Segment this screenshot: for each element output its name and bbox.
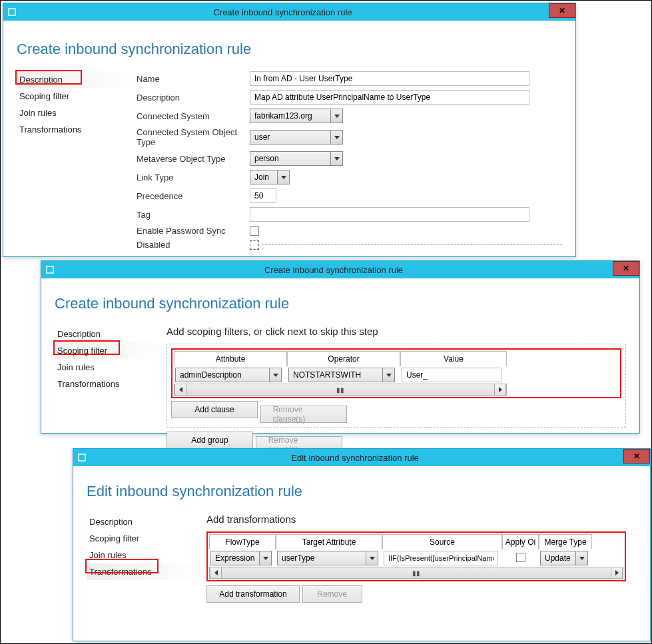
window-title: Create inbound synchronization rule: [55, 265, 613, 275]
add-group-button[interactable]: Add group: [166, 432, 253, 449]
sidebar-item-join-rules[interactable]: Join rules: [87, 547, 206, 563]
chevron-down-icon: [330, 109, 342, 123]
sidebar-item-scoping-filter[interactable]: Scoping filter: [87, 530, 206, 547]
label-tag: Tag: [137, 210, 250, 220]
combo-merge-type[interactable]: Update: [540, 551, 588, 565]
label-precedence: Precedence: [137, 191, 250, 201]
label-cs-object-type: Connected System Object Type: [137, 127, 250, 147]
sidebar-item-description[interactable]: Description: [55, 326, 166, 342]
sidebar-item-description[interactable]: Description: [17, 71, 137, 88]
scroll-right-icon[interactable]: [611, 567, 623, 578]
chevron-down-icon: [366, 551, 378, 565]
col-source: Source: [382, 534, 502, 549]
scroll-left-icon[interactable]: [174, 384, 186, 395]
close-icon: ✕: [623, 264, 629, 273]
sidebar-item-transformations[interactable]: Transformations: [55, 376, 166, 392]
sidebar-item-transformations[interactable]: Transformations: [17, 121, 137, 138]
window-create-rule-description: Create inbound synchronization rule ✕ Cr…: [3, 3, 576, 257]
wizard-sidebar: Description Scoping filter Join rules Tr…: [55, 326, 166, 454]
scroll-left-icon[interactable]: [210, 567, 222, 578]
combo-attribute[interactable]: adminDescription: [175, 368, 282, 382]
scroll-right-icon[interactable]: [494, 384, 506, 395]
page-heading: Create inbound synchronization rule: [17, 41, 562, 58]
label-description: Description: [137, 93, 250, 103]
label-mv-object-type: Metaverse Object Type: [137, 154, 250, 164]
chevron-down-icon: [330, 152, 342, 165]
input-name[interactable]: [250, 71, 529, 86]
sidebar-item-description[interactable]: Description: [87, 513, 206, 530]
label-name: Name: [137, 74, 250, 84]
label-disabled: Disabled: [137, 240, 250, 250]
input-value[interactable]: [402, 368, 501, 382]
col-flowtype: FlowType: [209, 534, 276, 549]
app-icon: [7, 7, 17, 17]
window-title: Create inbound synchronization rule: [17, 7, 549, 17]
svg-rect-0: [9, 9, 15, 15]
remove-button[interactable]: Remove: [302, 585, 362, 603]
section-subhead: Add transformations: [206, 513, 637, 525]
close-button[interactable]: ✕: [613, 261, 639, 276]
window-edit-rule-transformations: Edit inbound synchronization rule ✕ Edit…: [73, 448, 651, 641]
titlebar[interactable]: Create inbound synchronization rule ✕: [3, 3, 575, 21]
checkbox-password-sync[interactable]: [250, 226, 259, 236]
combo-mv-object-type[interactable]: person: [250, 151, 343, 166]
close-button[interactable]: ✕: [623, 449, 650, 464]
remove-clause-button[interactable]: Remove clause(s): [260, 406, 347, 423]
add-transformation-button[interactable]: Add transformation: [206, 585, 300, 603]
chevron-down-icon: [575, 551, 587, 565]
horizontal-scrollbar[interactable]: ▮▮: [209, 567, 623, 579]
sidebar-item-scoping-filter[interactable]: Scoping filter: [55, 342, 166, 359]
wizard-sidebar: Description Scoping filter Join rules Tr…: [17, 71, 137, 254]
add-clause-button[interactable]: Add clause: [171, 401, 258, 418]
window-title: Edit inbound synchronization rule: [87, 453, 623, 463]
section-subhead: Add scoping filters, or click next to sk…: [166, 326, 626, 337]
label-connected-system: Connected System: [137, 111, 250, 121]
app-icon: [77, 453, 87, 462]
input-tag[interactable]: [250, 207, 529, 222]
close-button[interactable]: ✕: [549, 3, 575, 18]
checkbox-apply-once[interactable]: [516, 553, 525, 562]
combo-cs-object-type[interactable]: user: [250, 130, 343, 145]
chevron-down-icon: [330, 131, 342, 144]
chevron-down-icon: [269, 368, 281, 382]
horizontal-scrollbar[interactable]: ▮▮: [174, 384, 507, 396]
page-heading: Create inbound synchronization rule: [55, 295, 626, 312]
col-apply-once: Apply Oi: [502, 534, 539, 549]
window-create-rule-scoping: Create inbound synchronization rule ✕ Cr…: [41, 260, 640, 434]
combo-flowtype[interactable]: Expression: [210, 551, 272, 565]
col-value: Value: [400, 351, 507, 366]
input-precedence[interactable]: [250, 188, 276, 203]
input-description[interactable]: [250, 90, 529, 105]
svg-rect-2: [79, 454, 85, 461]
checkbox-disabled[interactable]: [250, 240, 259, 250]
col-target: Target Attribute: [276, 534, 382, 549]
titlebar[interactable]: Create inbound synchronization rule ✕: [41, 261, 639, 278]
chevron-down-icon: [277, 170, 289, 184]
page-heading: Edit inbound synchronization rule: [87, 483, 637, 500]
app-icon: [45, 265, 55, 274]
sidebar-item-scoping-filter[interactable]: Scoping filter: [17, 88, 137, 105]
wizard-sidebar: Description Scoping filter Join rules Tr…: [87, 513, 206, 603]
sidebar-item-join-rules[interactable]: Join rules: [17, 105, 137, 121]
input-source[interactable]: [384, 551, 498, 565]
sidebar-item-transformations[interactable]: Transformations: [87, 563, 206, 580]
col-attribute: Attribute: [174, 351, 287, 366]
titlebar[interactable]: Edit inbound synchronization rule ✕: [73, 449, 650, 466]
label-enable-password-sync: Enable Password Sync: [137, 226, 250, 236]
combo-connected-system[interactable]: fabrikam123.org: [250, 109, 343, 123]
svg-rect-1: [47, 266, 53, 273]
combo-operator[interactable]: NOTSTARTSWITH: [288, 368, 395, 382]
close-icon: ✕: [559, 6, 565, 15]
combo-link-type[interactable]: Join: [250, 170, 290, 184]
sidebar-item-join-rules[interactable]: Join rules: [55, 359, 166, 376]
combo-target-attribute[interactable]: userType: [277, 551, 378, 565]
col-merge-type: Merge Type: [539, 534, 592, 549]
chevron-down-icon: [382, 368, 394, 382]
close-icon: ✕: [633, 452, 640, 461]
col-operator: Operator: [287, 351, 400, 366]
label-link-type: Link Type: [137, 172, 250, 182]
chevron-down-icon: [259, 551, 271, 565]
